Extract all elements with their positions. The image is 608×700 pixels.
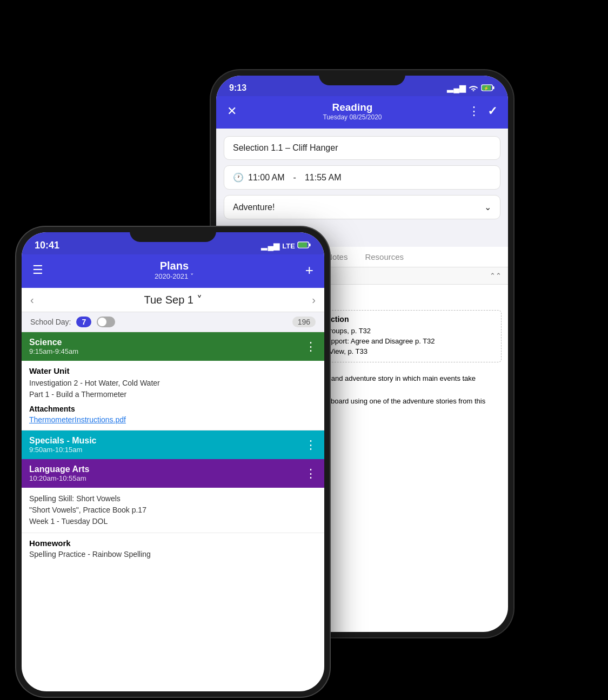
more-music-button[interactable]: ⋮ <box>305 438 317 452</box>
hamburger-menu-button[interactable]: ☰ <box>32 263 43 277</box>
thermometer-link[interactable]: ThermometerInstructions.pdf <box>29 415 126 424</box>
svg-text:⚡: ⚡ <box>484 86 489 91</box>
time-end: 11:55 AM <box>305 173 342 183</box>
class-block-lang: Language Arts 10:20am-10:55am ⋮ Spelling… <box>22 459 324 564</box>
class-time-music: 9:50am-10:15am <box>29 446 97 454</box>
back-phone-notch <box>319 70 405 85</box>
class-header-lang[interactable]: Language Arts 10:20am-10:55am ⋮ <box>22 459 324 488</box>
signal-front-icon: ▂▄▆ <box>261 241 280 250</box>
header-bar-back: ✕ Reading Tuesday 08/25/2020 ⋮ ✓ <box>216 96 508 129</box>
status-icons-front: ▂▄▆ LTE <box>261 241 311 251</box>
homework-label: Homework <box>29 539 317 548</box>
lte-label: LTE <box>282 242 295 250</box>
class-header-music[interactable]: Specials - Music 9:50am-10:15am ⋮ <box>22 430 324 459</box>
check-button-back[interactable]: ✓ <box>487 104 497 118</box>
next-date-button[interactable]: › <box>312 294 316 306</box>
class-name-science: Science <box>29 338 78 347</box>
header-actions-back: ⋮ ✓ <box>468 104 497 118</box>
class-info-lang: Language Arts 10:20am-10:55am <box>29 465 89 482</box>
status-time-front: 10:41 <box>35 240 59 251</box>
class-block-science: Science 9:15am-9:45am ⋮ Water Unit Inves… <box>22 332 324 430</box>
more-science-button[interactable]: ⋮ <box>305 340 317 354</box>
class-body-science: Water Unit Investigation 2 - Hot Water, … <box>22 361 324 430</box>
svg-rect-2 <box>493 86 495 89</box>
class-body-lang: Spelling Skill: Short Vowels"Short Vowel… <box>22 488 324 533</box>
time-row[interactable]: 🕐 11:00 AM - 11:55 AM <box>224 165 500 190</box>
lesson-title-input[interactable]: Selection 1.1 – Cliff Hanger <box>224 136 500 160</box>
collapse-icon[interactable]: ⌃⌃ <box>490 272 502 280</box>
header-bar-front: ☰ Plans 2020-2021 ˅ + <box>22 254 324 288</box>
prev-date-button[interactable]: ‹ <box>30 294 34 306</box>
class-info-science: Science 9:15am-9:45am <box>29 338 78 355</box>
class-block-music: Specials - Music 9:50am-10:15am ⋮ <box>22 430 324 459</box>
time-separator: - <box>293 173 296 183</box>
homework-section: Homework Spelling Practice - Rainbow Spe… <box>22 533 324 564</box>
status-time-back: 9:13 <box>229 83 246 93</box>
day-count-badge: 196 <box>292 317 316 327</box>
time-start: 11:00 AM <box>248 173 285 183</box>
front-phone: 10:41 ▂▄▆ LTE ☰ Plans 2020-2021 ˅ <box>16 227 330 697</box>
class-time-science: 9:15am-9:45am <box>29 347 78 355</box>
attachments-label-science: Attachments <box>29 405 317 413</box>
header-subtitle-back: Tuesday 08/25/2020 <box>323 113 382 121</box>
more-lang-button[interactable]: ⋮ <box>305 467 317 481</box>
header-title-back: Reading <box>323 102 382 113</box>
plans-title: Plans <box>155 260 194 272</box>
svg-rect-6 <box>309 243 311 246</box>
clock-icon: 🕐 <box>233 172 244 183</box>
battery-icon: ⚡ <box>481 84 495 93</box>
class-name-lang: Language Arts <box>29 465 89 474</box>
homework-text: Spelling Practice - Rainbow Spelling <box>29 550 317 558</box>
front-phone-screen: 10:41 ▂▄▆ LTE ☰ Plans 2020-2021 ˅ <box>22 232 324 691</box>
more-button-back[interactable]: ⋮ <box>468 104 480 118</box>
class-info-music: Specials - Music 9:50am-10:15am <box>29 436 97 454</box>
wifi-icon <box>469 84 478 93</box>
add-button[interactable]: + <box>305 262 313 279</box>
class-time-lang: 10:20am-10:55am <box>29 474 89 482</box>
svg-rect-5 <box>298 242 308 247</box>
class-list: Science 9:15am-9:45am ⋮ Water Unit Inves… <box>22 332 324 691</box>
science-body-text: Investigation 2 - Hot Water, Cold WaterP… <box>29 378 317 400</box>
tab-resources[interactable]: Resources <box>356 247 412 267</box>
date-nav: ‹ Tue Sep 1 ˅ › <box>22 288 324 312</box>
current-date[interactable]: Tue Sep 1 ˅ <box>144 293 202 306</box>
battery-front-icon <box>297 241 311 250</box>
school-day-label: School Day: <box>30 318 71 326</box>
day-number-badge: 7 <box>76 317 91 327</box>
front-phone-notch <box>130 227 216 242</box>
class-name-music: Specials - Music <box>29 436 97 446</box>
status-icons-back: ▂▄▆ ⚡ <box>447 83 495 93</box>
chevron-down-icon: ⌄ <box>484 202 491 212</box>
header-title-block-back: Reading Tuesday 08/25/2020 <box>323 102 382 121</box>
class-header-science[interactable]: Science 9:15am-9:45am ⋮ <box>22 332 324 361</box>
lang-body-text: Spelling Skill: Short Vowels"Short Vowel… <box>29 493 317 527</box>
science-subject-title: Water Unit <box>29 366 317 375</box>
school-day-bar: School Day: 7 196 <box>22 312 324 332</box>
signal-icon: ▂▄▆ <box>447 83 466 93</box>
close-button-back[interactable]: ✕ <box>227 104 237 118</box>
plans-subtitle: 2020-2021 ˅ <box>155 272 194 280</box>
day-toggle-switch[interactable] <box>97 317 115 327</box>
header-title-block-front: Plans 2020-2021 ˅ <box>155 260 194 280</box>
dropdown-value: Adventure! <box>233 203 275 212</box>
category-dropdown[interactable]: Adventure! ⌄ <box>224 195 500 219</box>
